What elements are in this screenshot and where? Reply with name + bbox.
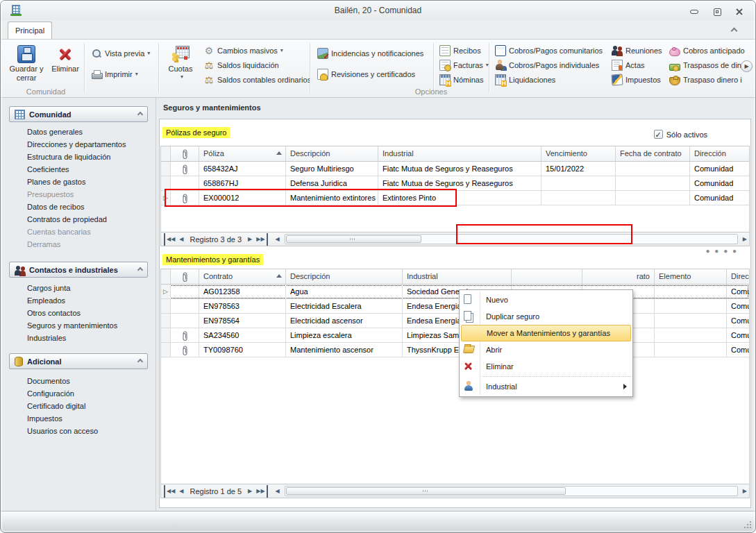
ribbon-button-recibos[interactable]: Recibos <box>439 44 481 57</box>
sidebar-group-comunidad[interactable]: Comunidad <box>9 106 148 122</box>
ribbon-button-revisiones[interactable]: Revisiones y certificados <box>317 67 415 81</box>
column-header-direccion[interactable]: Dirección <box>690 146 749 161</box>
tab-principal[interactable]: Principal <box>8 22 52 39</box>
menu-item-duplicar-seguro[interactable]: Duplicar seguro <box>460 308 632 325</box>
sidebar-item-impuestos[interactable]: Impuestos <box>27 413 152 425</box>
attachment-column-header[interactable] <box>171 146 199 161</box>
ribbon-button-actas[interactable]: Actas <box>612 58 645 71</box>
horizontal-scrollbar[interactable] <box>285 234 738 244</box>
sidebar-item-certificado-digital[interactable]: Certificado digital <box>27 400 152 412</box>
column-header-direccion[interactable]: Dirección <box>727 269 749 284</box>
ribbon-button-eliminar[interactable]: Eliminar <box>47 42 84 87</box>
ribbon-button-saldos-contables[interactable]: ⚖Saldos contables ordinarios <box>203 73 311 86</box>
table-row-focused[interactable]: ▷ EX000012 Mantenimiento extintores Exti… <box>161 191 749 205</box>
menu-item-mover-a-mantenimientos[interactable]: Mover a Mantenimientos y garantías <box>461 325 631 341</box>
sidebar-group-contactos[interactable]: Contactos e industriales <box>9 262 148 278</box>
table-row[interactable]: EN978564 Electricidad ascensor Endesa En… <box>161 314 749 328</box>
sidebar-item-cuentas-bancarias[interactable]: Cuentas bancarias <box>27 226 152 238</box>
menu-item-industrial[interactable]: Industrial <box>460 378 632 395</box>
sidebar-item-industriales[interactable]: Industriales <box>27 332 152 344</box>
ribbon-button-cobros-comunitarios[interactable]: Cobros/Pagos comunitarios <box>495 44 603 57</box>
ribbon-button-facturas[interactable]: Facturas▾ <box>439 58 489 71</box>
ribbon-button-imprimir[interactable]: Imprimir▾ <box>91 67 138 81</box>
pager-prev-button[interactable]: ◀ <box>177 485 185 498</box>
column-header-industrial[interactable]: Industrial <box>378 146 541 161</box>
sidebar-item-seguros-mantenimientos[interactable]: Seguros y mantenimientos <box>27 320 152 332</box>
ribbon-scroll-right-button[interactable]: ▶ <box>741 60 753 72</box>
pager-next-button[interactable]: ▶ <box>246 485 254 498</box>
menu-item-eliminar[interactable]: Eliminar <box>460 358 632 375</box>
column-header-poliza[interactable]: Póliza <box>199 146 286 161</box>
column-header-elemento[interactable]: Elemento <box>655 269 727 284</box>
column-header-contrato[interactable]: Contrato <box>199 269 286 284</box>
pager-first-button[interactable]: ◀◀ <box>164 233 177 246</box>
horizontal-scrollbar[interactable] <box>285 486 738 496</box>
pager-prev-button[interactable]: ◀ <box>177 233 185 246</box>
sidebar-item-derramas[interactable]: Derramas <box>27 239 152 251</box>
sidebar-item-cargos-junta[interactable]: Cargos junta <box>27 282 152 294</box>
sidebar-item-empleados[interactable]: Empleados <box>27 295 152 307</box>
table-row-selected[interactable]: ▷ AG012358 Agua Sociedad General Comunid… <box>161 285 749 299</box>
ribbon-button-saldos-liquidacion[interactable]: ⚖Saldos liquidación <box>203 58 279 71</box>
sidebar-item-coeficientes[interactable]: Coeficientes <box>27 164 152 176</box>
ribbon-button-liquidaciones[interactable]: Liquidaciones <box>495 73 555 86</box>
close-button[interactable] <box>730 6 748 17</box>
menu-item-abrir[interactable]: Abrir <box>460 341 632 358</box>
table-row[interactable]: 658432AJ Seguro Multiriesgo Fiatc Mutua … <box>161 162 749 176</box>
ribbon-button-reuniones[interactable]: Reuniones <box>612 44 662 57</box>
ribbon-button-guardar-y-cerrar[interactable]: Guardar y cerrar <box>8 42 45 87</box>
hscroll-right-button[interactable]: ▶ <box>741 233 749 246</box>
sidebar-item-presupuestos[interactable]: Presupuestos <box>27 189 152 201</box>
ribbon-button-traspaso-dinero-interno[interactable]: Traspaso dinero i <box>669 73 742 86</box>
sidebar-splitter[interactable] <box>156 98 156 511</box>
ribbon-button-cuotas[interactable]: Cuotas ▾ <box>162 42 199 87</box>
attachment-column-header[interactable] <box>171 269 199 284</box>
pager-last-button[interactable]: ▶▶ <box>254 233 267 246</box>
solo-activos-checkbox[interactable]: ✓ Sólo activos <box>654 130 707 139</box>
ribbon-button-cobros-individuales[interactable]: Cobros/Pagos individuales <box>495 58 599 71</box>
hscroll-left-button[interactable]: ◀ <box>274 233 282 246</box>
sidebar-item-planes-gastos[interactable]: Planes de gastos <box>27 176 152 188</box>
sidebar-item-contratos-propiedad[interactable]: Contratos de propiedad <box>27 214 152 226</box>
column-header-vencimiento[interactable]: Vencimiento <box>541 146 616 161</box>
hscroll-left-button[interactable]: ◀ <box>274 485 282 498</box>
table-row[interactable]: TY0098760 Mantenimiento ascensor ThyssnK… <box>161 343 749 357</box>
sidebar-item-datos-recibos[interactable]: Datos de recibos <box>27 201 152 213</box>
pager-first-button[interactable]: ◀◀ <box>164 485 177 498</box>
splitter-handle[interactable]: ● ● ● ● <box>706 247 739 255</box>
ribbon-button-cambios-masivos[interactable]: ⚙Cambios masivos▾ <box>203 44 283 57</box>
column-header-contrato-fecha[interactable]: rato <box>582 269 655 284</box>
scrollbar-thumb[interactable] <box>286 487 566 495</box>
menu-item-nuevo[interactable]: Nuevo <box>460 291 632 308</box>
column-header-fecha-contrato[interactable]: Fecha de contrato <box>616 146 690 161</box>
column-header-industrial[interactable]: Industrial <box>403 269 512 284</box>
sidebar-item-documentos[interactable]: Documentos <box>27 375 152 387</box>
pager-last-button[interactable]: ▶▶ <box>254 485 267 498</box>
ribbon-button-impuestos[interactable]: Impuestos <box>612 73 661 86</box>
table-row[interactable]: EN978563 Electricidad Escalera Endesa En… <box>161 299 749 314</box>
minimize-button[interactable] <box>685 6 703 17</box>
column-header-descripcion[interactable]: Descripción <box>286 269 403 284</box>
sidebar-item-estructura-liquidacion[interactable]: Estructura de liquidación <box>27 151 152 163</box>
sidebar-item-datos-generales[interactable]: Datos generales <box>27 126 152 138</box>
sidebar-item-direcciones[interactable]: Direcciones y departamentos <box>27 139 152 151</box>
hscroll-right-button[interactable]: ▶ <box>741 485 749 498</box>
table-row[interactable]: SA234560 Limpieza escalera Limpiezas Sam… <box>161 328 749 343</box>
ribbon-button-cobros-anticipados[interactable]: Cobros anticipado <box>669 44 745 57</box>
restore-button[interactable] <box>708 6 726 17</box>
ribbon-button-traspasos-dinero[interactable]: Traspasos de din <box>669 58 741 71</box>
sidebar-item-configuracion[interactable]: Configuración <box>27 388 152 400</box>
ribbon-button-vista-previa[interactable]: Vista previa▾ <box>91 46 150 60</box>
column-header-descripcion[interactable]: Descripción <box>286 146 378 161</box>
ribbon-collapse-button[interactable] <box>729 27 739 34</box>
table-row[interactable]: 658867HJ Defensa Juridica Fiatc Mutua de… <box>161 176 749 191</box>
sidebar-group-adicional[interactable]: Adicional <box>9 353 148 369</box>
sidebar-item-usuarios-acceso[interactable]: Usuarios con acceso <box>27 425 152 437</box>
column-header-hidden[interactable] <box>512 269 582 284</box>
ribbon-button-incidencias[interactable]: Incidencias y notificaciones <box>317 46 423 60</box>
ribbon-button-nominas[interactable]: Nóminas <box>439 73 483 86</box>
scrollbar-thumb[interactable] <box>286 235 421 243</box>
resize-grip[interactable] <box>744 521 752 529</box>
sidebar-item-otros-contactos[interactable]: Otros contactos <box>27 307 152 319</box>
pager-next-button[interactable]: ▶ <box>246 233 254 246</box>
